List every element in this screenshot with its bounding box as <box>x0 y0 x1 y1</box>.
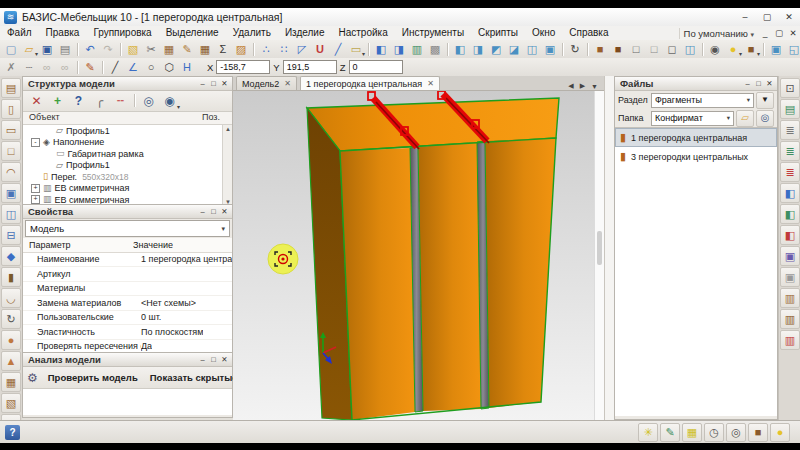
cabinet-section-2[interactable] <box>418 142 481 411</box>
rotate-view-button[interactable]: ◨ <box>390 41 408 58</box>
zoom-window-button[interactable]: ▣ <box>767 41 785 58</box>
light-button[interactable]: ● <box>724 41 742 58</box>
tab-nav-icon[interactable]: ◀ <box>565 82 576 90</box>
sheet-button[interactable]: ▥ <box>408 41 426 58</box>
remove-icon[interactable]: ╌ <box>110 92 131 111</box>
copy-button[interactable]: ▦ <box>160 41 178 58</box>
property-row[interactable]: Материалы <box>23 282 232 297</box>
edit-tools-icon[interactable]: ✕ <box>26 92 47 111</box>
h-section-icon[interactable]: ◫ <box>1 204 21 224</box>
box-icon[interactable]: ▦ <box>1 372 21 392</box>
render-button[interactable]: ◉ <box>706 41 724 58</box>
menu-item[interactable]: Скрипты <box>471 26 525 40</box>
view-iso-button[interactable]: ◪ <box>505 41 523 58</box>
dashed-line-button[interactable]: ┄ <box>20 59 38 76</box>
link2-button[interactable]: ∞ <box>56 59 74 76</box>
section-select[interactable]: Фрагменты ▾ <box>651 93 754 108</box>
menu-item[interactable]: Выделение <box>159 26 226 40</box>
tree-expand-toggle[interactable]: - <box>31 138 40 147</box>
open-button[interactable]: ▱ <box>20 41 38 58</box>
panel-maximize-icon[interactable]: □ <box>208 354 219 366</box>
panel-vertical-icon[interactable]: ▯ <box>1 99 21 119</box>
panel-stack-icon[interactable]: ▤ <box>1 78 21 98</box>
fastener-delete-icon[interactable]: ≣ <box>780 162 800 182</box>
history-status-icon[interactable]: ◷ <box>704 423 724 442</box>
block-icon[interactable]: ▣ <box>780 267 800 287</box>
panel-delete-icon[interactable]: ◧ <box>780 225 800 245</box>
tab-close-icon[interactable]: ✕ <box>284 79 291 88</box>
edit-status-icon[interactable]: ✎ <box>660 423 680 442</box>
fastener-add-icon[interactable]: ≣ <box>780 141 800 161</box>
menu-item[interactable]: Настройка <box>331 26 394 40</box>
texture-cube-button[interactable]: ■ <box>742 41 760 58</box>
grid-button[interactable]: ∷ <box>275 41 293 58</box>
export-print-icon[interactable]: ▤ <box>780 99 800 119</box>
tree-item[interactable]: + ▥ ЕВ симметричная <box>23 183 232 195</box>
snap-points-button[interactable]: ∴ <box>257 41 275 58</box>
panel-minimize-icon[interactable]: – <box>197 78 208 90</box>
panel-close-icon[interactable]: ✕ <box>219 354 230 366</box>
frame-icon[interactable]: □ <box>1 141 21 161</box>
fragment-list-item[interactable]: ▮ 3 перегородки центральных <box>615 147 777 166</box>
catalog-icon[interactable]: ▥ <box>780 288 800 308</box>
bent-panel-icon[interactable]: ◠ <box>1 162 21 182</box>
print-button[interactable]: ▤ <box>56 41 74 58</box>
hidden-lines-button[interactable]: □ <box>645 41 663 58</box>
view-back-button[interactable]: ◫ <box>523 41 541 58</box>
corner-button[interactable]: ◸ <box>293 41 311 58</box>
panel-horizontal-icon[interactable]: ▭ <box>1 120 21 140</box>
tab-close-icon[interactable]: ✕ <box>427 79 434 88</box>
menu-item[interactable]: Справка <box>562 26 615 40</box>
property-row[interactable]: Пользовательские 0 шт. <box>23 311 232 326</box>
cabinet-model[interactable] <box>233 91 604 421</box>
panel-replace-icon[interactable]: ◧ <box>780 204 800 224</box>
menu-item[interactable]: Изделие <box>278 26 332 40</box>
filter-button[interactable]: ▼ <box>756 92 774 109</box>
tree-item[interactable]: - ◈ Наполнение <box>23 137 232 149</box>
fastener-icon[interactable]: ≣ <box>780 120 800 140</box>
tree-item[interactable]: ▭ Габаритная рамка <box>23 148 232 160</box>
zoom-status-icon[interactable]: ◎ <box>726 423 746 442</box>
tree-item[interactable]: ▱ Профиль1 <box>23 160 232 172</box>
panel-view-icon[interactable]: ⊡ <box>780 78 800 98</box>
paste-button[interactable]: ✎ <box>178 41 196 58</box>
hint-status-icon[interactable]: ● <box>770 423 790 442</box>
new-file-button[interactable]: ▢ <box>2 41 20 58</box>
cross-section-icon[interactable]: ▣ <box>1 183 21 203</box>
document-tab[interactable]: 1 перегородка центральная ✕ <box>300 76 440 90</box>
redo-button[interactable]: ↷ <box>99 41 117 58</box>
what-is-icon[interactable]: ? <box>68 92 89 111</box>
cut-panel-icon[interactable]: ◆ <box>1 246 21 266</box>
block-add-icon[interactable]: ▣ <box>780 246 800 266</box>
x-input[interactable]: -158,7 <box>216 60 270 74</box>
rotate-body-icon[interactable]: ↻ <box>1 309 21 329</box>
angle-tool-button[interactable]: ∠ <box>124 59 142 76</box>
add-object-icon[interactable]: + <box>47 92 68 111</box>
section-table-button[interactable]: ◫ <box>681 41 699 58</box>
help-button[interactable]: ? <box>5 425 20 440</box>
folder-select[interactable]: Конфирмат ▾ <box>651 111 734 126</box>
undo-button[interactable]: ↶ <box>81 41 99 58</box>
sum-button[interactable]: Σ <box>214 41 232 58</box>
property-row[interactable]: Артикул <box>23 267 232 282</box>
open-folder-button[interactable]: ▱ <box>736 110 754 127</box>
link-button[interactable]: ∞ <box>38 59 56 76</box>
cabinet-icon[interactable]: ▮ <box>1 267 21 287</box>
search-doc-icon[interactable]: ◎ <box>138 92 159 111</box>
menu-item[interactable]: Окно <box>525 26 562 40</box>
cabinet-section-1[interactable] <box>340 148 415 420</box>
menu-item[interactable]: Группировка <box>86 26 158 40</box>
minimize-icon[interactable]: – <box>734 10 756 24</box>
viewport-scrollbar[interactable] <box>594 91 604 421</box>
panel-close-icon[interactable]: ✕ <box>219 78 230 90</box>
view-top-button[interactable]: ◩ <box>487 41 505 58</box>
menu-item[interactable]: Правка <box>39 26 87 40</box>
panel-add-icon[interactable]: ◧ <box>780 183 800 203</box>
close-icon[interactable]: ✕ <box>778 10 800 24</box>
tab-nav-icon[interactable]: ▼ <box>588 83 601 90</box>
catalog-delete-icon[interactable]: ▥ <box>780 330 800 350</box>
edit-contour-button[interactable]: ✎ <box>81 59 99 76</box>
3d-scene[interactable] <box>233 91 604 421</box>
panel-minimize-icon[interactable]: – <box>197 354 208 366</box>
move-view-button[interactable]: ◧ <box>372 41 390 58</box>
